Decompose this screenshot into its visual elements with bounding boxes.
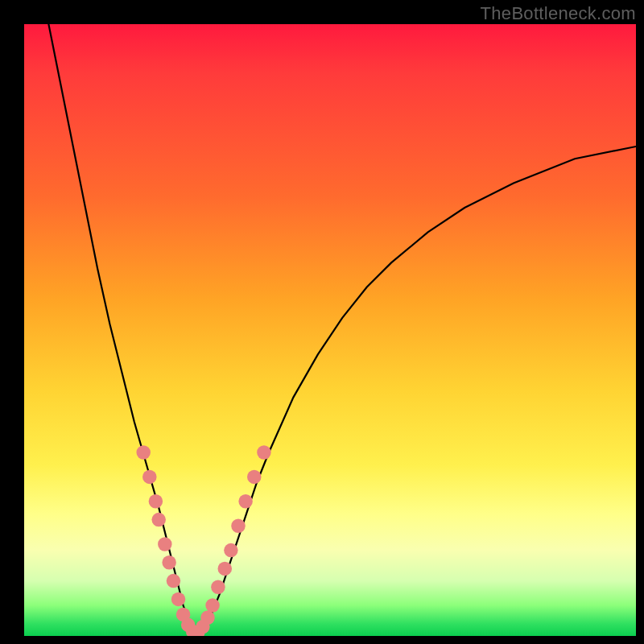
sample-point xyxy=(191,625,204,636)
chart-overlay xyxy=(24,24,636,636)
sample-point xyxy=(181,618,195,632)
sample-point xyxy=(158,537,171,551)
sample-point xyxy=(205,598,219,612)
sample-point xyxy=(200,610,214,624)
sample-point xyxy=(162,555,175,569)
watermark-text: TheBottleneck.com xyxy=(481,3,636,24)
sample-point xyxy=(171,592,185,606)
sample-point xyxy=(196,620,209,634)
sample-point xyxy=(167,574,180,588)
sample-point xyxy=(176,608,190,621)
sample-point xyxy=(247,470,261,484)
sample-point xyxy=(136,445,150,459)
sample-point xyxy=(211,580,225,593)
sample-point xyxy=(231,518,245,532)
sample-point xyxy=(224,543,237,557)
bottleneck-curve xyxy=(48,24,636,633)
sample-point xyxy=(149,494,163,508)
chart-frame: TheBottleneck.com xyxy=(0,0,644,644)
sample-point xyxy=(218,562,232,576)
sample-point xyxy=(238,494,252,508)
sample-point xyxy=(257,445,270,459)
sample-point xyxy=(186,625,200,636)
sample-point xyxy=(151,513,165,526)
plot-area xyxy=(24,24,636,636)
sample-point xyxy=(142,470,156,484)
sample-points xyxy=(136,445,270,636)
